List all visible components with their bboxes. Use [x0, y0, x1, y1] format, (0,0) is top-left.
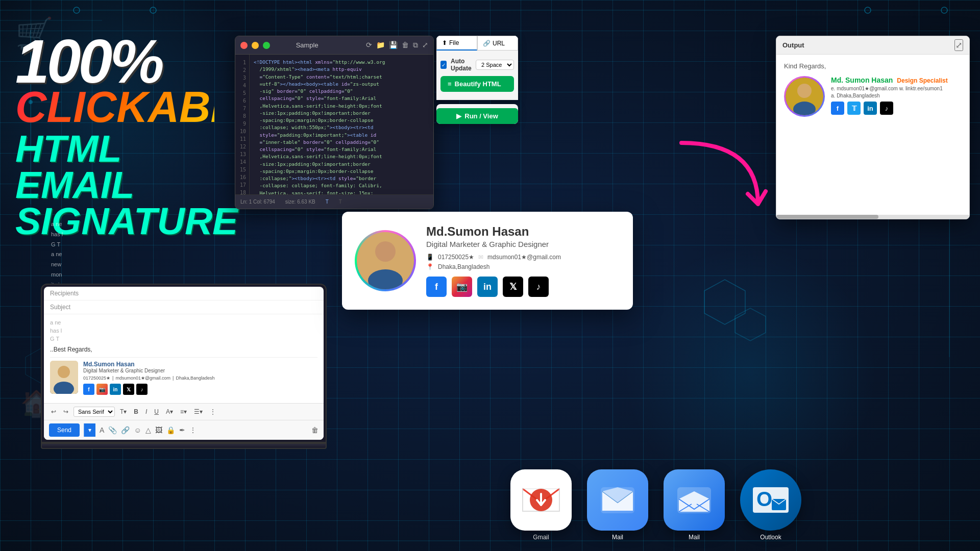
photo-icon[interactable]: 🖼	[155, 426, 162, 434]
tab-url[interactable]: 🔗 URL	[477, 36, 518, 51]
drive-icon[interactable]: △	[145, 426, 151, 434]
sig-preview-avatar-inner	[357, 232, 414, 289]
recipients-label: Recipients	[50, 290, 81, 297]
kind-regards-text: Kind Regards,	[784, 62, 962, 70]
auto-update-checkbox[interactable]: ✓	[440, 61, 447, 69]
underline-button[interactable]: U	[152, 407, 161, 416]
save-icon[interactable]: 💾	[389, 41, 398, 49]
mail2-label: Mail	[689, 534, 700, 541]
sig-preview-phone-row: 📱 017250025★ ✉ mdsumon01★@gmail.com	[426, 254, 620, 261]
instagram-btn-preview[interactable]: 📷	[452, 277, 472, 297]
arrow-svg	[666, 133, 778, 224]
linkedin-icon-compose[interactable]: in	[110, 384, 121, 395]
run-view-button[interactable]: ▶ Run / View	[436, 108, 518, 124]
editor-title: Sample	[296, 41, 318, 49]
mail-app-icon-1[interactable]	[587, 469, 648, 531]
email-sig-name: Md.Sumon Hasan	[83, 361, 317, 368]
format-icon[interactable]: A	[100, 426, 104, 434]
sig-preview-email: mdsumon01★@gmail.com	[487, 254, 561, 261]
copy-icon[interactable]: ⧉	[413, 41, 418, 49]
refresh-icon[interactable]: ⟳	[366, 41, 372, 49]
email-sig-title: Digital Marketer & Graphic Designer	[83, 368, 317, 373]
output-scrollbar[interactable]	[776, 215, 969, 219]
code-editor-window: Sample ⟳ 📁 💾 🗑 ⧉ ⤢ 123456789101112131415…	[235, 36, 434, 209]
tab-file[interactable]: ⬆ File	[436, 36, 477, 51]
gmail-label: Gmail	[533, 534, 549, 541]
output-expand-button[interactable]: ⤢	[954, 39, 963, 51]
minimize-btn[interactable]	[252, 42, 259, 49]
emoji-icon[interactable]: ☺	[134, 426, 141, 434]
tiktok-btn-preview[interactable]: ♪	[528, 277, 549, 297]
delete-compose-button[interactable]: 🗑	[311, 426, 318, 434]
send-button[interactable]: Send	[49, 423, 80, 437]
linkedin-btn-preview[interactable]: in	[477, 277, 498, 297]
signature-preview-card: Md.Sumon Hasan Digital Marketer & Graphi…	[342, 212, 633, 310]
undo-button[interactable]: ↩	[49, 407, 58, 416]
compose-window: Recipients Subject a ne has l G T ..Best…	[44, 287, 324, 440]
space-select[interactable]: 2 Space 4 Space	[476, 60, 514, 70]
gmail-app-icon[interactable]	[510, 469, 572, 531]
preview-avatar-svg	[357, 232, 414, 289]
redo-button[interactable]: ↪	[61, 407, 70, 416]
bold-button[interactable]: B	[132, 407, 140, 416]
tiktok-icon-output[interactable]: ♪	[880, 102, 893, 115]
mail2-svg	[676, 486, 712, 514]
twitter-x-icon-compose[interactable]: 𝕏	[123, 384, 134, 395]
beautify-html-button[interactable]: ≡ Beautify HTML	[440, 76, 514, 92]
facebook-icon-output[interactable]: f	[831, 102, 844, 115]
upload-icon: ⬆	[442, 39, 447, 46]
link-icon: 🔗	[483, 40, 491, 47]
mail-app-icon-2[interactable]	[664, 469, 725, 531]
instagram-icon-compose[interactable]: 📷	[96, 384, 108, 395]
facebook-btn-preview[interactable]: f	[426, 277, 447, 297]
align-button[interactable]: ≡▾	[178, 407, 189, 416]
link-icon-compose[interactable]: 🔗	[121, 426, 130, 434]
italic-button[interactable]: I	[143, 407, 149, 416]
tiktok-icon-compose[interactable]: ♪	[136, 384, 148, 395]
font-select[interactable]: Sans Serif	[74, 407, 115, 417]
more-formatting-button[interactable]: ⋮	[208, 407, 218, 416]
delete-icon[interactable]: 🗑	[402, 41, 409, 49]
maximize-btn[interactable]	[263, 42, 270, 49]
facebook-icon-compose[interactable]: f	[83, 384, 94, 395]
status-t2: T	[339, 199, 342, 205]
mail1-svg	[600, 486, 635, 514]
folder-icon[interactable]: 📁	[376, 41, 385, 49]
output-body: Kind Regards, Md. Sumon Hasan Design Spe…	[776, 55, 969, 124]
output-signature-card: Md. Sumon Hasan Design Specialist e. mds…	[784, 76, 962, 117]
sig-preview-social: f 📷 in 𝕏 ♪	[426, 277, 620, 297]
sig-name-line: Md. Sumon Hasan Design Specialist	[831, 76, 962, 84]
outlook-app-icon[interactable]: O	[740, 469, 801, 531]
lock-icon[interactable]: 🔒	[166, 426, 175, 434]
best-regards: ..Best Regards,	[50, 346, 317, 353]
signature-icon[interactable]: ✒	[179, 426, 185, 434]
svg-point-22	[375, 241, 396, 262]
close-btn[interactable]	[240, 42, 248, 49]
signature-text: SIGNATURE	[15, 203, 214, 239]
output-avatar-wrapper	[784, 76, 825, 117]
twitter-x-btn-preview[interactable]: 𝕏	[503, 277, 523, 297]
output-panel: Output ⤢ Kind Regards, Md. Sumon Hasan D…	[776, 36, 970, 219]
output-sig-title: Design Specialist	[897, 77, 947, 84]
twitter-icon-output[interactable]: 𝕋	[847, 102, 861, 115]
linkedin-icon-output[interactable]: in	[864, 102, 877, 115]
play-icon: ▶	[456, 112, 461, 120]
status-ln-col: Ln: 1 Col: 6794	[240, 199, 275, 205]
send-dropdown-button[interactable]: ▾	[84, 423, 95, 437]
code-content[interactable]: <!DOCTYPE html><html xmlns="http://www.w…	[250, 55, 433, 194]
mail1-label: Mail	[612, 534, 623, 541]
font-size-button[interactable]: T▾	[118, 407, 129, 416]
compose-body[interactable]: a ne has l G T ..Best Regards, Md.Sumon	[44, 314, 324, 403]
svg-point-16	[797, 84, 812, 98]
bg-glow2	[623, 245, 878, 500]
output-title: Output	[782, 41, 804, 49]
sig-preview-address-row: 📍 Dhaka,Bangladesh	[426, 263, 620, 270]
attach-icon[interactable]: 📎	[108, 426, 117, 434]
beautify-section: ✓ Auto Update 2 Space 4 Space ≡ Beautify…	[436, 54, 518, 100]
list-button[interactable]: ☰▾	[192, 407, 205, 416]
expand-icon[interactable]: ⤢	[422, 41, 428, 49]
more-options-icon[interactable]: ⋮	[189, 426, 197, 434]
text-color-button[interactable]: A▾	[164, 407, 175, 416]
output-sig-name: Md. Sumon Hasan	[831, 76, 893, 84]
subject-label: Subject	[50, 304, 81, 311]
